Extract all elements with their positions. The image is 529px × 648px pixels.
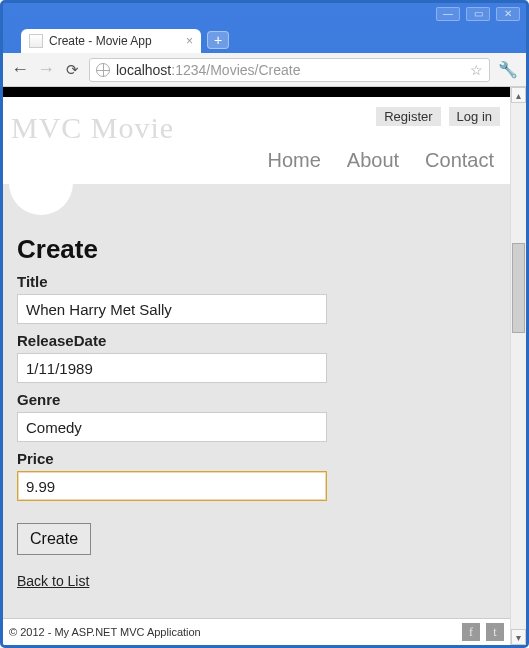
url-text: localhost:1234/Movies/Create [116, 62, 300, 78]
window-close-button[interactable]: ✕ [496, 7, 520, 21]
input-title[interactable] [17, 294, 327, 324]
scroll-track[interactable] [511, 103, 526, 629]
vertical-scrollbar[interactable]: ▴ ▾ [510, 87, 526, 645]
browser-window: — ▭ ✕ Create - Movie App × + ← → ⟳ local… [0, 0, 529, 648]
settings-wrench-icon[interactable]: 🔧 [498, 60, 518, 79]
tab-title: Create - Movie App [49, 34, 152, 48]
window-minimize-button[interactable]: — [436, 7, 460, 21]
window-titlebar: — ▭ ✕ [3, 3, 526, 25]
tab-close-icon[interactable]: × [186, 34, 193, 48]
account-links: Register Log in [376, 107, 500, 126]
input-release-date[interactable] [17, 353, 327, 383]
main-nav: Home About Contact [11, 145, 502, 180]
site-footer: © 2012 - My ASP.NET MVC Application f t [3, 618, 510, 645]
page-favicon [29, 34, 43, 48]
new-tab-button[interactable]: + [207, 31, 229, 49]
nav-contact[interactable]: Contact [425, 149, 494, 172]
nav-about[interactable]: About [347, 149, 399, 172]
nav-home[interactable]: Home [267, 149, 320, 172]
address-bar[interactable]: localhost:1234/Movies/Create ☆ [89, 58, 490, 82]
login-link[interactable]: Log in [449, 107, 500, 126]
twitter-icon[interactable]: t [486, 623, 504, 641]
label-title: Title [17, 273, 496, 290]
label-price: Price [17, 450, 496, 467]
browser-toolbar: ← → ⟳ localhost:1234/Movies/Create ☆ 🔧 [3, 53, 526, 87]
register-link[interactable]: Register [376, 107, 440, 126]
input-genre[interactable] [17, 412, 327, 442]
back-button[interactable]: ← [11, 59, 29, 80]
page-content: Register Log in MVC Movie Home About Con… [3, 87, 510, 645]
label-release-date: ReleaseDate [17, 332, 496, 349]
header-notch [9, 183, 73, 215]
forward-button[interactable]: → [37, 59, 55, 80]
scroll-down-button[interactable]: ▾ [511, 629, 526, 645]
footer-social: f t [462, 623, 504, 641]
tab-strip: Create - Movie App × + [3, 25, 526, 53]
page-title: Create [17, 234, 496, 265]
site-header: Register Log in MVC Movie Home About Con… [3, 97, 510, 184]
create-button[interactable]: Create [17, 523, 91, 555]
bookmark-star-icon[interactable]: ☆ [470, 62, 483, 78]
top-accent-bar [3, 87, 510, 97]
page-body: Create Title ReleaseDate Genre Price Cre… [3, 184, 510, 618]
facebook-icon[interactable]: f [462, 623, 480, 641]
back-to-list-link[interactable]: Back to List [17, 573, 89, 589]
reload-button[interactable]: ⟳ [63, 61, 81, 79]
footer-copyright: © 2012 - My ASP.NET MVC Application [9, 626, 201, 638]
page-viewport: Register Log in MVC Movie Home About Con… [3, 87, 526, 645]
browser-tab[interactable]: Create - Movie App × [21, 29, 201, 53]
site-identity-icon [96, 63, 110, 77]
window-maximize-button[interactable]: ▭ [466, 7, 490, 21]
input-price[interactable] [17, 471, 327, 501]
label-genre: Genre [17, 391, 496, 408]
scroll-thumb[interactable] [512, 243, 525, 333]
scroll-up-button[interactable]: ▴ [511, 87, 526, 103]
